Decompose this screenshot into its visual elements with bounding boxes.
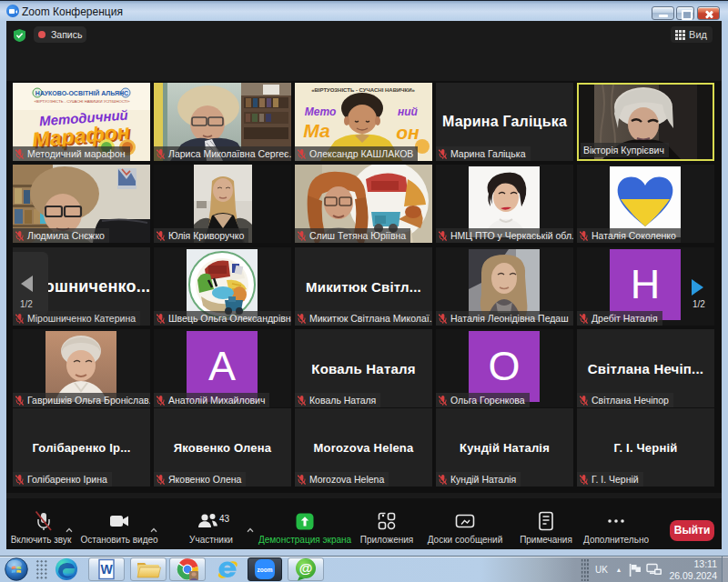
svg-text:zoom: zoom (258, 567, 273, 573)
svg-text:@: @ (299, 560, 313, 576)
svg-text:НАУКОВО-ОСВІТНІЙ АЛЬЯНС: НАУКОВО-ОСВІТНІЙ АЛЬЯНС (35, 89, 128, 96)
svg-text:он: он (396, 122, 420, 143)
svg-text:Мето: Мето (305, 105, 337, 118)
svg-text:W: W (100, 562, 113, 577)
svg-text:ний: ний (398, 105, 419, 118)
svg-text:43: 43 (219, 514, 229, 524)
svg-text:«ВІРТУОЗНІСТЬ - СУЧАСНІ НАВИЧК: «ВІРТУОЗНІСТЬ - СУЧАСНІ НАВИЧКИ» (311, 87, 415, 93)
svg-text:Ма: Ма (303, 120, 330, 141)
svg-text:«ВІРТУОЗНІСТЬ - СУЧАСНІ НАВИЧК: «ВІРТУОЗНІСТЬ - СУЧАСНІ НАВИЧКИ УСПІШНОС… (34, 99, 130, 104)
